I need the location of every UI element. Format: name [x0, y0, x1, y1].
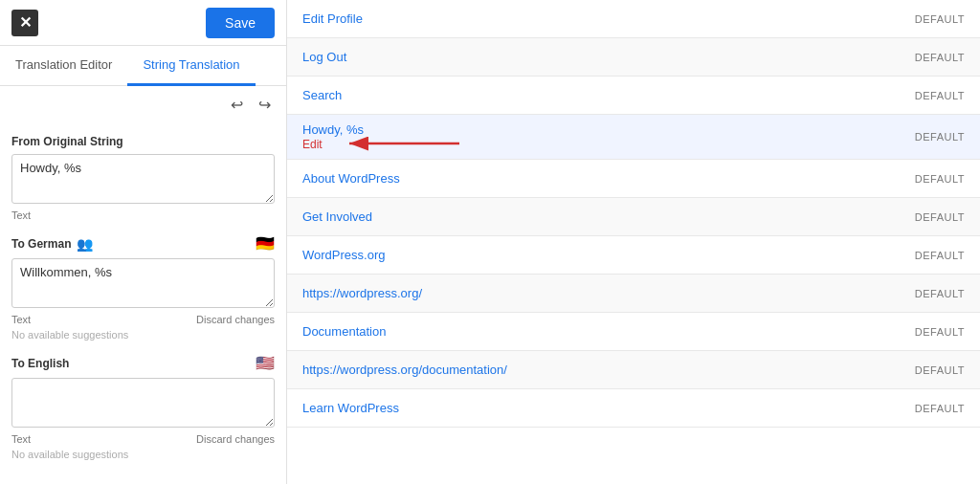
to-english-input[interactable]	[11, 378, 275, 428]
string-cell: https://wordpress.org/	[287, 275, 900, 312]
editor-content: From Original String Text To German 👥 🇩🇪…	[0, 123, 286, 484]
to-german-label: To German 👥	[11, 236, 93, 252]
string-cell: Howdy, %sEdit	[287, 115, 900, 159]
to-german-type: Text	[11, 314, 31, 325]
right-panel: Edit ProfileDEFAULTLog OutDEFAULTSearchD…	[287, 0, 980, 484]
string-name[interactable]: Get Involved	[302, 209, 884, 224]
from-original-meta: Text	[11, 209, 275, 221]
to-english-header: To English 🇺🇸	[11, 354, 275, 372]
string-cell: WordPress.org	[287, 236, 900, 274]
string-status: DEFAULT	[900, 236, 980, 274]
string-row[interactable]: SearchDEFAULT	[287, 77, 980, 115]
string-cell: Log Out	[287, 38, 900, 76]
string-cell: https://wordpress.org/documentation/	[287, 351, 900, 388]
string-name[interactable]: https://wordpress.org/	[302, 286, 884, 300]
left-panel: ✕ Save Translation Editor String Transla…	[0, 0, 287, 484]
undo-redo-toolbar: ↩ ↪	[0, 86, 286, 123]
string-cell: Search	[287, 77, 900, 114]
string-name[interactable]: About WordPress	[302, 171, 884, 186]
from-original-input[interactable]	[11, 154, 275, 204]
string-row[interactable]: About WordPressDEFAULT	[287, 160, 980, 198]
save-button[interactable]: Save	[206, 8, 275, 38]
string-status: DEFAULT	[900, 115, 980, 159]
string-status: DEFAULT	[900, 0, 980, 37]
string-list: Edit ProfileDEFAULTLog OutDEFAULTSearchD…	[287, 0, 980, 428]
from-original-label: From Original String	[11, 135, 275, 148]
string-row[interactable]: DocumentationDEFAULT	[287, 313, 980, 351]
string-cell: Get Involved	[287, 198, 900, 235]
to-english-discard[interactable]: Discard changes	[196, 433, 275, 445]
to-english-text: To English	[11, 357, 69, 370]
top-bar: ✕ Save	[0, 0, 286, 46]
string-name[interactable]: Log Out	[302, 50, 884, 64]
string-status: DEFAULT	[900, 160, 980, 197]
string-status: DEFAULT	[900, 351, 980, 388]
string-status: DEFAULT	[900, 275, 980, 312]
string-name[interactable]: Edit Profile	[302, 11, 884, 26]
to-german-meta: Text Discard changes	[11, 314, 275, 325]
people-icon: 👥	[77, 236, 93, 252]
us-flag: 🇺🇸	[256, 354, 275, 372]
to-english-meta: Text Discard changes	[11, 433, 275, 445]
string-name[interactable]: https://wordpress.org/documentation/	[302, 363, 884, 377]
string-row[interactable]: WordPress.orgDEFAULT	[287, 236, 980, 275]
string-name[interactable]: Documentation	[302, 324, 884, 339]
string-status: DEFAULT	[900, 77, 980, 114]
undo-button[interactable]: ↩	[227, 94, 247, 116]
string-row[interactable]: Edit ProfileDEFAULT	[287, 0, 980, 38]
to-german-header: To German 👥 🇩🇪	[11, 234, 275, 253]
to-german-text: To German	[11, 237, 71, 251]
redo-button[interactable]: ↪	[255, 94, 275, 116]
string-name[interactable]: Learn WordPress	[302, 401, 884, 415]
string-row[interactable]: Learn WordPressDEFAULT	[287, 389, 980, 428]
tabs-container: Translation Editor String Translation	[0, 46, 286, 86]
string-name[interactable]: Search	[302, 88, 884, 102]
string-row[interactable]: Log OutDEFAULT	[287, 38, 980, 77]
string-cell: Edit Profile	[287, 0, 900, 37]
to-german-discard[interactable]: Discard changes	[196, 314, 275, 325]
string-name[interactable]: Howdy, %s	[302, 122, 884, 137]
string-status: DEFAULT	[900, 389, 980, 427]
string-row[interactable]: https://wordpress.org/DEFAULT	[287, 275, 980, 313]
from-original-type: Text	[11, 209, 31, 221]
string-cell: Learn WordPress	[287, 389, 900, 427]
to-german-suggestions: No available suggestions	[11, 329, 275, 341]
string-status: DEFAULT	[900, 198, 980, 235]
string-status: DEFAULT	[900, 38, 980, 76]
string-status: DEFAULT	[900, 313, 980, 350]
to-english-suggestions: No available suggestions	[11, 449, 275, 460]
tab-translation-editor[interactable]: Translation Editor	[0, 46, 127, 86]
tab-string-translation[interactable]: String Translation	[127, 46, 255, 86]
string-name[interactable]: WordPress.org	[302, 248, 884, 262]
string-row[interactable]: Get InvolvedDEFAULT	[287, 198, 980, 236]
to-german-input[interactable]	[11, 258, 275, 308]
string-row[interactable]: https://wordpress.org/documentation/DEFA…	[287, 351, 980, 389]
string-cell: Documentation	[287, 313, 900, 350]
to-english-type: Text	[11, 433, 31, 445]
string-edit-link[interactable]: Edit	[302, 138, 884, 151]
to-english-label: To English	[11, 357, 69, 370]
german-flag: 🇩🇪	[256, 234, 275, 253]
string-cell: About WordPress	[287, 160, 900, 197]
close-button[interactable]: ✕	[11, 10, 38, 36]
string-row[interactable]: Howdy, %sEditDEFAULT	[287, 115, 980, 160]
